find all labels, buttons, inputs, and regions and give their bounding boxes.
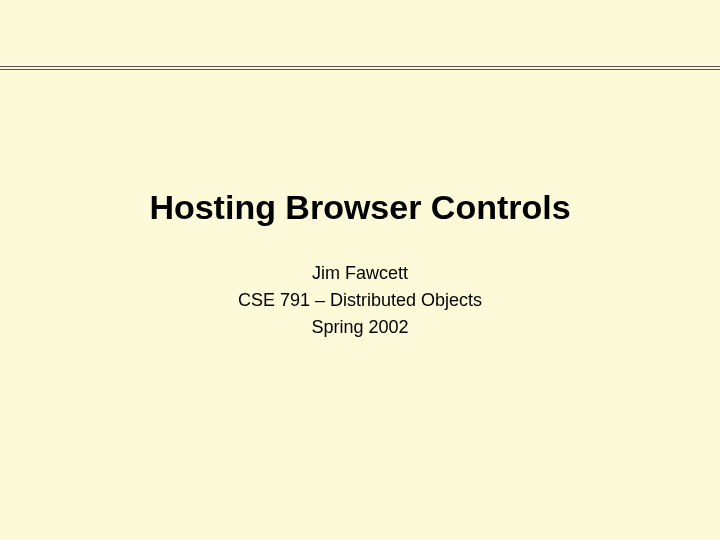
slide-title: Hosting Browser Controls bbox=[0, 188, 720, 227]
term-line: Spring 2002 bbox=[0, 314, 720, 341]
subtitle-block: Jim Fawcett CSE 791 – Distributed Object… bbox=[0, 260, 720, 341]
author-line: Jim Fawcett bbox=[0, 260, 720, 287]
horizontal-rule bbox=[0, 66, 720, 70]
course-line: CSE 791 – Distributed Objects bbox=[0, 287, 720, 314]
